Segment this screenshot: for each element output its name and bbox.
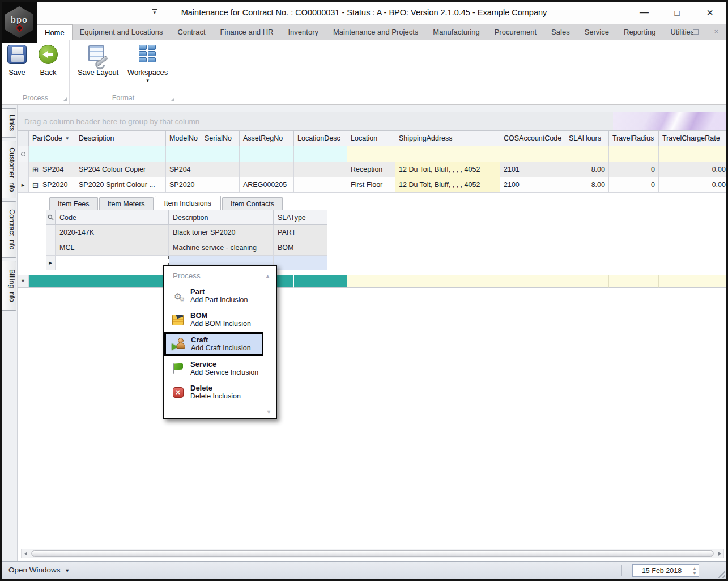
- tab-item-fees[interactable]: Item Fees: [49, 197, 98, 210]
- cell-description[interactable]: SP2020 Sprint Colour ...: [75, 177, 166, 193]
- inclusion-description[interactable]: Black toner SP2020: [169, 225, 274, 240]
- filter-cell-slahours[interactable]: [565, 146, 609, 162]
- filter-cell-description[interactable]: [75, 146, 166, 162]
- inclusion-code[interactable]: 2020-147K: [56, 225, 169, 240]
- inclusions-header-code[interactable]: Code: [56, 210, 169, 225]
- cell-serialno[interactable]: [201, 162, 240, 177]
- new-inclusion-slatype-cell[interactable]: [274, 256, 327, 270]
- cell-shippingaddress[interactable]: 12 Du Toit, Bluff, , , , 4052: [395, 177, 500, 193]
- column-header-location[interactable]: Location: [347, 131, 395, 146]
- ribbon-tab-equipment-and-locations[interactable]: Equipment and Locations: [73, 24, 171, 40]
- cell-locationdesc[interactable]: [294, 162, 347, 177]
- cell-travelradius[interactable]: 0: [609, 162, 659, 177]
- date-spin-down-icon[interactable]: ▼: [693, 571, 697, 575]
- menu-item-part[interactable]: ⚙⚙ Part Add Part Inclusion: [164, 285, 262, 307]
- cell-slahours[interactable]: 8.00: [565, 177, 609, 193]
- inclusion-slatype[interactable]: BOM: [274, 240, 327, 256]
- ribbon-tab-contract[interactable]: Contract: [170, 24, 212, 40]
- column-header-modelno[interactable]: ModelNo: [166, 131, 201, 146]
- filter-cell-shippingaddress[interactable]: [395, 146, 500, 162]
- menu-item-craft[interactable]: Craft Add Craft Inclusion: [164, 332, 263, 356]
- filter-cell-locationdesc[interactable]: [294, 146, 347, 162]
- append-cell[interactable]: [500, 275, 565, 288]
- append-cell[interactable]: [75, 275, 166, 288]
- menu-item-delete[interactable]: × Delete Delete Inclusion: [164, 381, 262, 404]
- column-header-partcode[interactable]: PartCode▼: [29, 131, 75, 146]
- ribbon-tab-finance-and-hr[interactable]: Finance and HR: [213, 24, 281, 40]
- menu-scroll-up-icon[interactable]: ▲: [265, 273, 270, 279]
- minimize-button[interactable]: —: [635, 4, 654, 21]
- column-header-assetregno[interactable]: AssetRegNo: [240, 131, 294, 146]
- inclusions-header-description[interactable]: Description: [169, 210, 274, 225]
- filter-dropdown-icon[interactable]: ▼: [65, 136, 70, 141]
- close-button[interactable]: ×: [700, 4, 720, 21]
- expand-icon[interactable]: ⊞: [32, 166, 39, 173]
- append-cell[interactable]: [347, 275, 395, 288]
- cell-assetregno[interactable]: [240, 162, 294, 177]
- date-spin-up-icon[interactable]: ▲: [693, 566, 697, 570]
- resize-grip[interactable]: [716, 569, 725, 578]
- append-cell[interactable]: [565, 275, 609, 288]
- save-layout-button[interactable]: Save Layout: [78, 45, 118, 77]
- tab-item-inclusions[interactable]: Item Inclusions: [155, 196, 221, 210]
- new-inclusion-code-input[interactable]: [56, 256, 169, 270]
- column-header-travelchargerate[interactable]: TravelChargeRate: [659, 131, 728, 146]
- ribbon-tab-service[interactable]: Service: [577, 24, 616, 40]
- back-button[interactable]: Back: [39, 45, 58, 77]
- cell-assetregno[interactable]: AREG000205: [240, 177, 294, 193]
- cell-description[interactable]: SP204 Colour Copier: [75, 162, 166, 177]
- tab-item-contacts[interactable]: Item Contacts: [222, 197, 283, 210]
- filter-cell-travelradius[interactable]: [609, 146, 659, 162]
- column-header-description[interactable]: Description: [75, 131, 166, 146]
- filter-cell-travelchargerate[interactable]: [659, 146, 728, 162]
- menu-item-bom[interactable]: BOM Add BOM Inclusion: [164, 308, 262, 331]
- cell-travelchargerate[interactable]: 0.00: [659, 162, 728, 177]
- ribbon-restore-icon[interactable]: [693, 29, 699, 35]
- filter-cell-location[interactable]: [347, 146, 395, 162]
- column-header-locationdesc[interactable]: LocationDesc: [294, 131, 347, 146]
- cell-partcode[interactable]: ⊞SP204: [29, 162, 75, 177]
- append-cell[interactable]: [294, 275, 347, 288]
- cell-travelradius[interactable]: 0: [609, 177, 659, 193]
- process-dialog-launcher-icon[interactable]: [63, 97, 67, 101]
- ribbon-tab-home[interactable]: Home: [37, 24, 73, 40]
- filter-cell-modelno[interactable]: [166, 146, 201, 162]
- ribbon-tab-sales[interactable]: Sales: [544, 24, 577, 40]
- append-cell[interactable]: [29, 275, 75, 288]
- date-field[interactable]: 15 Feb 2018 ▲ ▼: [632, 564, 699, 577]
- column-header-slahours[interactable]: SLAHours: [565, 131, 609, 146]
- ribbon-close-button[interactable]: ×: [714, 28, 718, 36]
- filter-cell-serialno[interactable]: [201, 146, 240, 162]
- ribbon-tab-manufacturing[interactable]: Manufacturing: [425, 24, 487, 40]
- scroll-left-button[interactable]: [22, 549, 29, 558]
- column-header-cosaccountcode[interactable]: COSAccountCode: [500, 131, 565, 146]
- inclusion-slatype[interactable]: PART: [274, 225, 327, 240]
- append-cell[interactable]: [659, 275, 728, 288]
- column-header-shippingaddress[interactable]: ShippingAddress: [395, 131, 500, 146]
- save-button[interactable]: Save: [7, 45, 27, 77]
- cell-serialno[interactable]: [201, 177, 240, 193]
- scroll-right-button[interactable]: [716, 549, 723, 558]
- collapse-icon[interactable]: ⊟: [32, 181, 39, 189]
- ribbon-tab-inventory[interactable]: Inventory: [281, 24, 326, 40]
- ribbon-tab-maintenance-and-projects[interactable]: Maintenance and Projects: [326, 24, 425, 40]
- tab-item-meters[interactable]: Item Meters: [99, 197, 154, 210]
- scrollbar-thumb[interactable]: [31, 550, 714, 557]
- side-tab-billing-info[interactable]: Billing Info: [2, 261, 16, 311]
- cell-locationdesc[interactable]: [294, 177, 347, 193]
- cell-partcode[interactable]: ⊟SP2020: [29, 177, 75, 193]
- group-by-area[interactable]: Drag a column header here to group by th…: [18, 112, 726, 131]
- filter-cell-assetregno[interactable]: [240, 146, 294, 162]
- cell-slahours[interactable]: 8.00: [565, 162, 609, 177]
- ribbon-minimize-button[interactable]: —: [671, 28, 678, 36]
- inclusions-header-slatype[interactable]: SLAType: [274, 210, 327, 225]
- side-tab-customer-info[interactable]: Customer Info: [2, 141, 16, 198]
- cell-travelchargerate[interactable]: 0.00: [659, 177, 728, 193]
- workspaces-button[interactable]: Workspaces ▼: [127, 45, 168, 83]
- cell-modelno[interactable]: SP204: [166, 162, 201, 177]
- inclusion-description[interactable]: Machine service - cleaning: [169, 240, 274, 256]
- cell-modelno[interactable]: SP2020: [166, 177, 201, 193]
- append-cell[interactable]: [395, 275, 500, 288]
- menu-item-service[interactable]: Service Add Service Inclusion: [164, 357, 262, 380]
- ribbon-tab-procurement[interactable]: Procurement: [487, 24, 544, 40]
